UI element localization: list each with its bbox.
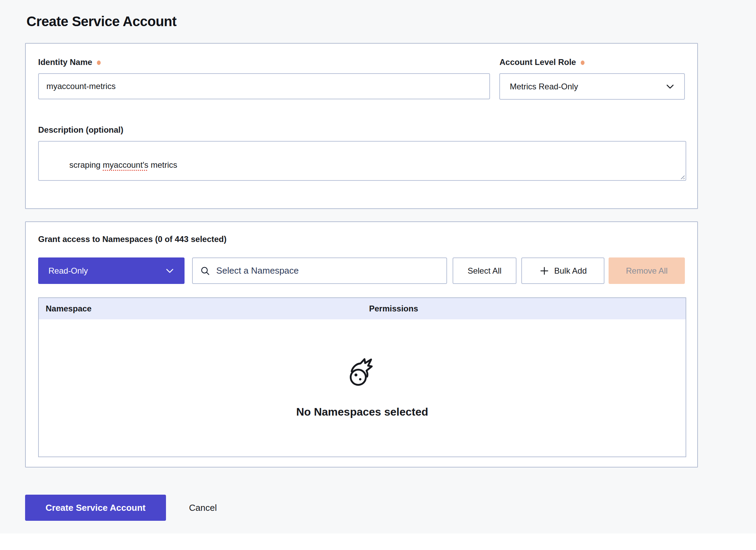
identity-card: Identity Name Account Level Role Metrics… [25, 43, 698, 209]
create-service-account-button[interactable]: Create Service Account [25, 495, 166, 521]
chevron-down-icon [665, 81, 675, 92]
main-content: Create Service Account Identity Name Acc… [25, 12, 698, 521]
page-bottom-band [0, 534, 756, 550]
account-role-selected-value: Metrics Read-Only [510, 82, 578, 91]
namespaces-table-body: No Namespaces selected [39, 319, 686, 456]
namespaces-card: Grant access to Namespaces (0 of 443 sel… [25, 221, 698, 468]
empty-state-text: No Namespaces selected [296, 406, 428, 418]
comet-icon [346, 358, 378, 389]
identity-name-field-group: Identity Name [38, 57, 490, 100]
namespaces-controls: Read-Only Select All [38, 257, 685, 284]
description-field-group: Description (optional) scraping myaccoun… [38, 125, 685, 181]
empty-state: No Namespaces selected [296, 358, 428, 418]
namespaces-table-header: Namespace Permissions [39, 298, 686, 319]
namespaces-table: Namespace Permissions No [38, 297, 686, 457]
permission-role-value: Read-Only [48, 266, 88, 276]
create-service-account-page: Create Service Account Identity Name Acc… [0, 0, 756, 550]
description-text-suffix: metrics [148, 160, 177, 169]
identity-name-label-text: Identity Name [38, 57, 92, 67]
select-all-label: Select All [468, 266, 502, 276]
description-text-prefix: scraping [69, 160, 103, 169]
namespaces-heading: Grant access to Namespaces (0 of 443 sel… [38, 234, 685, 244]
permission-role-dropdown[interactable]: Read-Only [38, 257, 185, 284]
description-text-misspelled: myaccount's [103, 160, 148, 169]
footer-actions: Create Service Account Cancel [25, 495, 698, 521]
cancel-button[interactable]: Cancel [189, 503, 217, 513]
account-level-role-label-text: Account Level Role [499, 57, 576, 67]
description-textarea[interactable]: scraping myaccount's metrics [38, 141, 686, 181]
description-label: Description (optional) [38, 125, 685, 135]
remove-all-label: Remove All [626, 266, 668, 276]
plus-icon [539, 266, 549, 276]
identity-name-input[interactable] [38, 73, 490, 99]
create-service-account-label: Create Service Account [46, 503, 146, 513]
search-icon [200, 265, 211, 276]
namespace-search-box[interactable] [192, 257, 447, 284]
account-role-select[interactable]: Metrics Read-Only [499, 73, 685, 100]
select-all-button[interactable]: Select All [453, 257, 516, 284]
chevron-down-icon [165, 266, 175, 276]
account-role-field-group: Account Level Role Metrics Read-Only [499, 57, 685, 100]
bulk-add-label: Bulk Add [554, 266, 587, 276]
column-header-permissions: Permissions [362, 304, 686, 314]
page-title: Create Service Account [26, 13, 698, 30]
required-dot-icon [581, 60, 585, 65]
remove-all-button[interactable]: Remove All [609, 257, 685, 284]
resize-handle-icon[interactable] [679, 174, 685, 179]
namespace-search-input[interactable] [216, 261, 440, 281]
bulk-add-button[interactable]: Bulk Add [521, 257, 605, 284]
required-dot-icon [97, 60, 101, 65]
column-header-namespace: Namespace [39, 304, 362, 314]
account-level-role-label: Account Level Role [499, 57, 685, 67]
identity-name-label: Identity Name [38, 57, 490, 67]
